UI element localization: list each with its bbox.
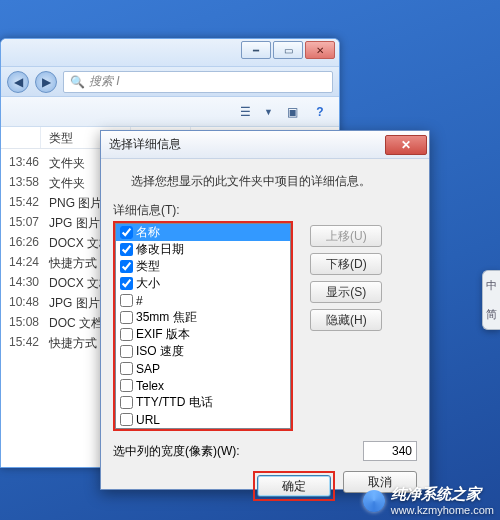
nav-forward-button[interactable]: ▶ [35,71,57,93]
list-item-checkbox[interactable] [120,294,133,307]
list-item-checkbox[interactable] [120,260,133,273]
list-item[interactable]: TTY/TTD 电话 [116,394,290,411]
list-item-label: # [136,294,143,308]
explorer-address-bar: ◀ ▶ 🔍 搜索 I [1,67,339,97]
help-icon[interactable]: ? [311,104,329,120]
move-down-button[interactable]: 下移(D) [310,253,382,275]
list-item-checkbox[interactable] [120,243,133,256]
watermark-url: www.kzmyhome.com [391,504,494,516]
list-item-checkbox[interactable] [120,396,133,409]
list-item-checkbox[interactable] [120,277,133,290]
dialog-titlebar: 选择详细信息 ✕ [101,131,429,159]
list-item[interactable]: SAP [116,360,290,377]
watermark: 纯净系统之家 www.kzmyhome.com [363,485,494,516]
list-item-label: ISO 速度 [136,343,184,360]
explorer-toolbar: ☰ ▼ ▣ ? [1,97,339,127]
view-list-icon[interactable]: ☰ [236,104,254,120]
list-item-label: 35mm 焦距 [136,309,197,326]
list-item[interactable]: Telex [116,377,290,394]
search-input[interactable]: 🔍 搜索 I [63,71,333,93]
ok-button[interactable]: 确定 [257,475,331,497]
list-item-label: 白平衡 [136,428,172,429]
nav-back-button[interactable]: ◀ [7,71,29,93]
column-width-row: 选中列的宽度(像素)(W): [113,441,417,461]
list-item[interactable]: 大小 [116,275,290,292]
watermark-brand: 纯净系统之家 [391,485,481,502]
list-item-label: TTY/TTD 电话 [136,394,213,411]
maximize-button[interactable]: ▭ [273,41,303,59]
list-item-checkbox[interactable] [120,226,133,239]
ok-button-highlight: 确定 [253,471,335,501]
list-item[interactable]: 白平衡 [116,428,290,429]
ime-mode-1: 中 [486,278,497,293]
list-item-label: 修改日期 [136,241,184,258]
width-input[interactable] [363,441,417,461]
close-button[interactable]: ✕ [305,41,335,59]
dialog-title: 选择详细信息 [109,136,181,153]
watermark-logo-icon [363,490,385,512]
move-up-button[interactable]: 上移(U) [310,225,382,247]
dialog-instruction: 选择您想显示的此文件夹中项目的详细信息。 [131,173,417,190]
choose-details-dialog: 选择详细信息 ✕ 选择您想显示的此文件夹中项目的详细信息。 详细信息(T): 名… [100,130,430,490]
list-item[interactable]: 35mm 焦距 [116,309,290,326]
explorer-titlebar: ━ ▭ ✕ [1,39,339,67]
dialog-close-button[interactable]: ✕ [385,135,427,155]
list-item-label: 名称 [136,224,160,241]
hide-button[interactable]: 隐藏(H) [310,309,382,331]
ime-gadget[interactable]: 中 简 [482,270,500,330]
list-item-checkbox[interactable] [120,379,133,392]
list-item-checkbox[interactable] [120,311,133,324]
preview-pane-icon[interactable]: ▣ [283,104,301,120]
list-item[interactable]: 类型 [116,258,290,275]
list-item-checkbox[interactable] [120,362,133,375]
list-item-label: 大小 [136,275,160,292]
list-item[interactable]: # [116,292,290,309]
search-icon: 🔍 [70,75,85,89]
details-listbox[interactable]: 名称修改日期类型大小#35mm 焦距EXIF 版本ISO 速度SAPTelexT… [115,223,291,429]
details-list-label: 详细信息(T): [113,202,417,219]
list-item-checkbox[interactable] [120,328,133,341]
list-item[interactable]: ISO 速度 [116,343,290,360]
list-item-label: 类型 [136,258,160,275]
width-label: 选中列的宽度(像素)(W): [113,443,240,460]
details-list-highlight: 名称修改日期类型大小#35mm 焦距EXIF 版本ISO 速度SAPTelexT… [113,221,293,431]
search-placeholder: 搜索 I [89,73,120,90]
list-item-checkbox[interactable] [120,413,133,426]
show-button[interactable]: 显示(S) [310,281,382,303]
list-item[interactable]: EXIF 版本 [116,326,290,343]
list-item-label: EXIF 版本 [136,326,190,343]
list-item-label: Telex [136,379,164,393]
list-item-label: URL [136,413,160,427]
list-item[interactable]: URL [116,411,290,428]
list-item[interactable]: 名称 [116,224,290,241]
list-item-checkbox[interactable] [120,345,133,358]
list-item-label: SAP [136,362,160,376]
list-item[interactable]: 修改日期 [116,241,290,258]
dialog-side-buttons: 上移(U) 下移(D) 显示(S) 隐藏(H) [310,221,382,337]
chevron-down-icon[interactable]: ▼ [264,107,273,117]
minimize-button[interactable]: ━ [241,41,271,59]
ime-mode-2: 简 [486,307,497,322]
